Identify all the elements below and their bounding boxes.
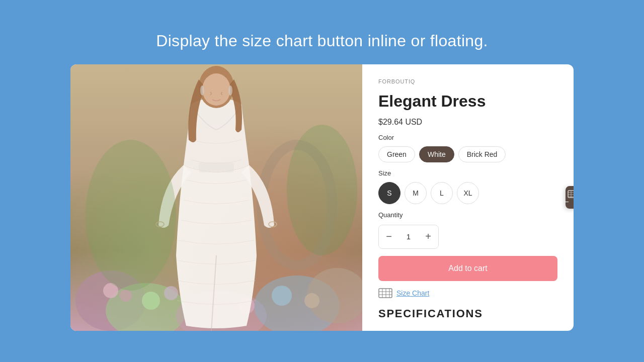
brand-name: FORBOUTIQ: [378, 78, 557, 84]
specifications-heading: SPECIFICATIONS: [378, 307, 557, 320]
svg-point-22: [287, 125, 357, 255]
size-option-l[interactable]: L: [431, 182, 453, 204]
quantity-value: 1: [399, 232, 418, 241]
svg-point-19: [200, 85, 204, 96]
color-options: Green White Brick Red: [378, 146, 557, 162]
size-option-m[interactable]: M: [405, 182, 427, 204]
color-section: Color Green White Brick Red: [378, 134, 557, 162]
page-headline: Display the size chart button inline or …: [156, 32, 488, 50]
color-option-white[interactable]: White: [419, 146, 454, 162]
floating-sidebar[interactable]: SizeInfo: [566, 186, 574, 209]
size-option-xl[interactable]: XL: [457, 182, 479, 204]
product-image: [70, 64, 362, 331]
svg-point-11: [304, 293, 319, 308]
svg-rect-23: [379, 289, 392, 298]
svg-point-10: [272, 286, 292, 306]
quantity-decrease-button[interactable]: −: [379, 225, 399, 248]
color-option-green[interactable]: Green: [378, 146, 415, 162]
floating-sidebar-icon: [568, 190, 574, 198]
size-option-s[interactable]: S: [378, 182, 400, 204]
size-chart-icon: [378, 288, 392, 298]
image-container: [70, 64, 362, 331]
quantity-section: Quantity − 1 +: [378, 211, 557, 249]
product-card: FORBOUTIQ Elegant Dress $29.64 USD Color…: [70, 64, 574, 331]
product-price: $29.64 USD: [378, 118, 557, 127]
svg-point-8: [164, 286, 178, 300]
size-chart-link[interactable]: Size Chart: [378, 288, 557, 298]
size-section: Size S M L XL: [378, 169, 557, 204]
svg-point-7: [142, 292, 160, 310]
svg-point-20: [228, 85, 232, 96]
size-options: S M L XL: [378, 182, 557, 204]
quantity-label: Quantity: [378, 211, 557, 219]
add-to-cart-button[interactable]: Add to cart: [378, 256, 557, 281]
svg-point-21: [86, 140, 176, 291]
color-option-brick-red[interactable]: Brick Red: [458, 146, 506, 162]
color-label: Color: [378, 134, 557, 141]
svg-rect-13: [199, 162, 234, 172]
size-chart-label: Size Chart: [396, 289, 429, 297]
size-label: Size: [378, 169, 557, 177]
quantity-control: − 1 +: [378, 225, 439, 249]
floating-sidebar-text: SizeInfo: [541, 201, 574, 205]
svg-point-6: [120, 290, 132, 302]
quantity-increase-button[interactable]: +: [418, 225, 438, 248]
product-details: FORBOUTIQ Elegant Dress $29.64 USD Color…: [362, 64, 574, 331]
dress-illustration: [70, 64, 362, 331]
product-title: Elegant Dress: [378, 92, 557, 111]
